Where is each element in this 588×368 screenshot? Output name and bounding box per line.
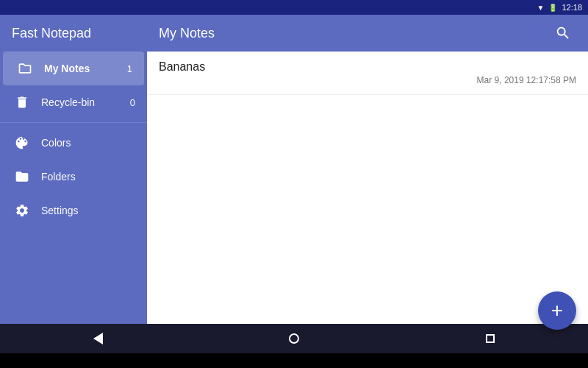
status-time: 12:18	[562, 3, 582, 12]
sidebar-item-my-notes[interactable]: My Notes 1	[3, 52, 144, 85]
sidebar-item-folders[interactable]: Folders	[0, 160, 147, 194]
main-content: My Notes Bananas Mar 9, 2019 12:17:58 PM	[147, 15, 588, 324]
status-bar: ▼ 🔋 12:18	[0, 0, 588, 15]
colors-label: Colors	[41, 137, 135, 149]
home-icon	[289, 333, 299, 344]
recycle-bin-label: Recycle-bin	[41, 96, 130, 108]
folder-open-icon	[15, 61, 35, 76]
app-container: Fast Notepad My Notes 1	[0, 15, 588, 353]
gear-icon	[12, 203, 32, 218]
main-header: My Notes	[147, 15, 588, 52]
recents-icon	[486, 334, 495, 343]
add-note-fab[interactable]: +	[538, 291, 576, 330]
notes-list: Bananas Mar 9, 2019 12:17:58 PM	[147, 52, 588, 324]
my-notes-badge: 1	[127, 63, 132, 74]
main-title: My Notes	[159, 26, 215, 41]
note-item[interactable]: Bananas Mar 9, 2019 12:17:58 PM	[147, 52, 588, 95]
battery-icon: 🔋	[548, 4, 557, 12]
bottom-nav	[0, 324, 588, 353]
colors-icon	[12, 135, 32, 150]
note-date: Mar 9, 2019 12:17:58 PM	[159, 75, 576, 85]
recycle-bin-badge: 0	[130, 97, 135, 108]
folders-label: Folders	[41, 171, 135, 183]
home-button[interactable]	[276, 324, 312, 353]
back-button[interactable]	[79, 324, 116, 353]
note-title: Bananas	[159, 60, 576, 74]
my-notes-label: My Notes	[44, 63, 127, 74]
sidebar-item-recycle-bin[interactable]: Recycle-bin 0	[0, 85, 147, 119]
settings-label: Settings	[41, 205, 135, 216]
search-button[interactable]	[550, 20, 576, 46]
recents-button[interactable]	[472, 324, 509, 353]
sidebar-item-settings[interactable]: Settings	[0, 194, 147, 227]
sidebar-nav: My Notes 1 Recycle-bin 0	[0, 52, 147, 324]
sidebar: Fast Notepad My Notes 1	[0, 15, 147, 324]
nav-divider	[0, 122, 147, 123]
sidebar-item-colors[interactable]: Colors	[0, 126, 147, 160]
sidebar-title: Fast Notepad	[12, 26, 91, 41]
back-icon	[93, 333, 103, 344]
folders-icon	[12, 169, 32, 184]
wifi-icon: ▼	[537, 4, 545, 12]
trash-icon	[12, 95, 32, 110]
sidebar-header: Fast Notepad	[0, 15, 147, 52]
content-area: Fast Notepad My Notes 1	[0, 15, 588, 324]
